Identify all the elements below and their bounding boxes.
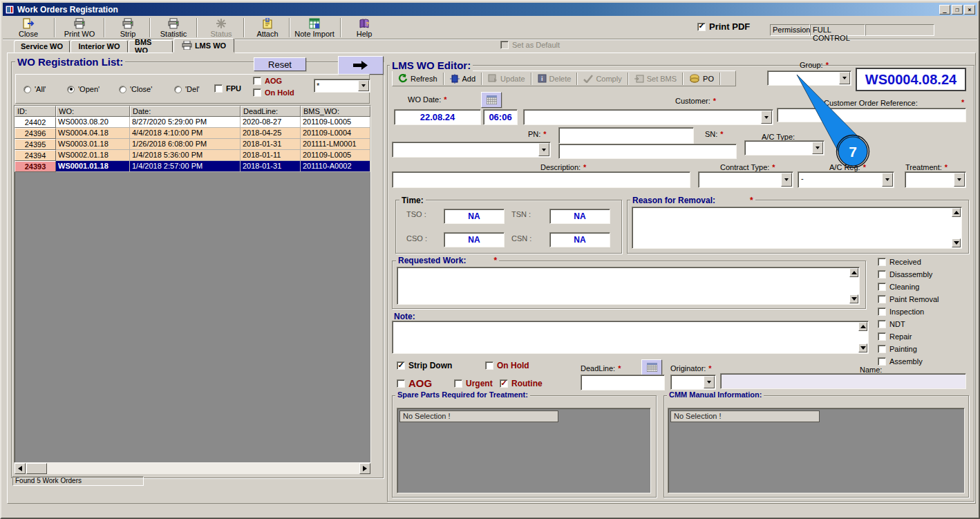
close-button[interactable]: Close: [7, 17, 50, 39]
chevron-down-icon[interactable]: [812, 142, 823, 154]
ac-type-dropdown[interactable]: [744, 140, 824, 155]
pn-label: PN:*: [528, 130, 547, 138]
routine-checkbox[interactable]: Routine: [500, 379, 543, 388]
radio-del[interactable]: 'Del': [174, 85, 200, 93]
table-row-selected[interactable]: 24393 WS0001.01.18 1/4/2018 2:57:00 PM 2…: [15, 161, 370, 172]
fpu-checkbox[interactable]: FPU: [214, 84, 241, 93]
scroll-down-icon[interactable]: [849, 294, 858, 303]
next-arrow-button[interactable]: [338, 56, 384, 75]
wo-number-display: WS0004.08.24: [856, 68, 966, 91]
note-import-button[interactable]: Note Import: [292, 17, 337, 39]
aog-checkbox[interactable]: AOG: [397, 377, 432, 389]
close-icon[interactable]: ×: [964, 5, 975, 15]
tab-interior-wo[interactable]: Interior WO: [70, 40, 128, 53]
tab-lms-wo[interactable]: LMS WO: [173, 38, 234, 53]
radio-open[interactable]: 'Open': [67, 85, 100, 93]
col-deadline[interactable]: DeadLine:: [241, 106, 301, 117]
radio-close[interactable]: 'Close': [119, 85, 152, 93]
col-id[interactable]: ID:: [15, 106, 56, 117]
customer-dropdown[interactable]: [523, 109, 773, 125]
note-textarea[interactable]: [392, 321, 869, 354]
wo-time-field[interactable]: 06:06: [483, 109, 518, 125]
col-date[interactable]: Date:: [130, 106, 241, 117]
chevron-down-icon[interactable]: [761, 111, 772, 124]
scroll-left-icon[interactable]: [15, 463, 26, 474]
csn-field[interactable]: NA: [549, 232, 610, 247]
calendar-icon[interactable]: [641, 359, 662, 375]
tso-field[interactable]: NA: [444, 209, 505, 224]
calendar-icon[interactable]: [481, 92, 502, 108]
tab-bms-wo[interactable]: BMS WO: [129, 40, 173, 53]
reset-button[interactable]: Reset: [254, 57, 306, 71]
originator-dropdown[interactable]: [670, 375, 716, 390]
aog-filter-checkbox[interactable]: AOG: [253, 77, 282, 85]
permission-value: FULL CONTROL: [810, 24, 865, 36]
wo-date-field[interactable]: 22.08.24: [394, 109, 481, 125]
scroll-up-icon[interactable]: [952, 208, 961, 217]
scroll-thumb[interactable]: [26, 463, 47, 474]
scroll-right-icon[interactable]: [359, 463, 370, 474]
chevron-down-icon[interactable]: [954, 173, 965, 187]
checkbox-inspection[interactable]: Inspection: [878, 308, 924, 316]
print-wo-button[interactable]: Print WO: [58, 17, 101, 39]
cso-field[interactable]: NA: [444, 232, 505, 247]
group-dropdown[interactable]: [767, 70, 851, 86]
pn-search-field[interactable]: [558, 127, 694, 144]
chevron-down-icon[interactable]: [839, 72, 850, 84]
chevron-down-icon[interactable]: [704, 376, 715, 388]
scroll-up-icon[interactable]: [858, 322, 867, 331]
chevron-down-icon[interactable]: [358, 80, 369, 91]
onhold-filter-checkbox[interactable]: On Hold: [253, 88, 294, 97]
treatment-dropdown[interactable]: [905, 171, 966, 188]
restore-icon[interactable]: ❐: [952, 5, 963, 15]
scroll-up-icon[interactable]: [849, 268, 858, 277]
ac-reg-dropdown[interactable]: -: [798, 171, 894, 188]
attach-button[interactable]: Attach: [246, 17, 289, 39]
name-field: [720, 373, 966, 389]
radio-all[interactable]: 'All': [23, 85, 46, 93]
pn-dropdown[interactable]: [392, 142, 551, 158]
checkbox-received[interactable]: Received: [878, 258, 921, 266]
add-button[interactable]: Add: [444, 72, 482, 86]
minimize-icon[interactable]: _: [939, 5, 950, 15]
description-field[interactable]: [392, 171, 690, 188]
scroll-down-icon[interactable]: [858, 343, 867, 352]
requested-work-textarea[interactable]: [397, 267, 860, 305]
tsn-field[interactable]: NA: [549, 209, 610, 224]
chevron-down-icon[interactable]: [538, 143, 549, 156]
checkbox-repair[interactable]: Repair: [878, 332, 912, 341]
table-row[interactable]: 24402 WS0003.08.20 8/27/2020 5:29:00 PM …: [15, 117, 370, 128]
chevron-down-icon[interactable]: [882, 173, 893, 187]
strip-button[interactable]: Strip: [106, 17, 149, 39]
statistic-button[interactable]: Statistic: [152, 17, 195, 39]
deadline-field[interactable]: [581, 375, 665, 390]
customer-order-ref-field[interactable]: [777, 108, 966, 122]
contract-type-dropdown[interactable]: [698, 171, 793, 188]
chevron-down-icon[interactable]: [781, 173, 792, 187]
refresh-button[interactable]: Refresh: [393, 72, 443, 86]
checkbox-assembly[interactable]: Assembly: [878, 357, 923, 366]
checkbox-painting[interactable]: Painting: [878, 345, 917, 353]
print-pdf-checkbox[interactable]: Print PDF: [697, 21, 750, 32]
tab-service-wo[interactable]: Service WO: [14, 40, 70, 53]
reason-textarea[interactable]: [632, 207, 962, 249]
urgent-checkbox[interactable]: Urgent: [454, 379, 493, 388]
col-bms-wo[interactable]: BMS_WO:: [301, 106, 370, 117]
checkbox-paint-removal[interactable]: Paint Removal: [878, 295, 939, 303]
h-scrollbar[interactable]: [15, 463, 370, 474]
filter-dropdown[interactable]: *: [314, 79, 370, 93]
table-row[interactable]: 24395 WS0003.01.18 1/26/2018 6:08:00 PM …: [15, 139, 370, 150]
help-button[interactable]: ? Help: [343, 17, 386, 39]
checkbox-disassembly[interactable]: Disassembly: [878, 270, 932, 279]
table-row[interactable]: 24396 WS0004.04.18 4/4/2018 4:10:00 PM 2…: [15, 128, 370, 139]
on-hold-checkbox[interactable]: On Hold: [485, 361, 529, 370]
scroll-down-icon[interactable]: [952, 238, 961, 247]
sn-field[interactable]: [558, 144, 737, 159]
spreadsheet-icon: [309, 18, 320, 29]
strip-down-checkbox[interactable]: Strip Down: [397, 361, 452, 370]
col-wo[interactable]: WO:: [56, 106, 130, 117]
checkbox-cleaning[interactable]: Cleaning: [878, 283, 919, 291]
checkbox-ndt[interactable]: NDT: [878, 320, 905, 328]
table-row[interactable]: 24394 WS0002.01.18 1/4/2018 5:36:00 PM 2…: [15, 150, 370, 161]
po-button[interactable]: PO: [684, 72, 719, 86]
